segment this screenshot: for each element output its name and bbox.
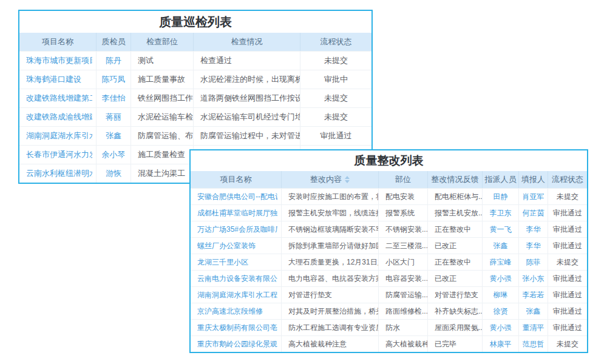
header-process-status: 流程状态 (300, 33, 371, 51)
table-row[interactable]: 改建铁路成渝线增建第... 蒋丽 水泥砼运输车检查 水泥砼运输车司机经过专门培训… (19, 107, 371, 126)
project-name-link[interactable]: 珠海市城市更新项目紫... (26, 55, 92, 66)
project-name-cell: 螺丝厂办公室装饰 (191, 237, 282, 254)
assignee-link[interactable]: 田静 (493, 192, 508, 202)
project-name-link[interactable]: 改建铁路成渝线增建第... (26, 112, 92, 123)
feedback-cell: 补齐缺失标志... (428, 303, 483, 319)
assignee-link[interactable]: 张鑫 (493, 241, 508, 251)
project-name-link[interactable]: 龙湖三千里小区 (197, 257, 248, 268)
project-name-link[interactable]: 云南水利枢纽潜明水库... (26, 168, 92, 179)
status-badge: 未提交 (548, 188, 587, 204)
project-name-link[interactable]: 云南电力设备安装有限公司20... (197, 274, 277, 284)
status-badge: 审批通过 (548, 237, 587, 254)
rectification-content-cell: 不锈钢边框玻璃隔断安装不牢... (282, 221, 379, 237)
reporter-link[interactable]: 陈菲 (526, 257, 541, 268)
inspector-cell: 张鑫 (97, 126, 131, 145)
reporter-link[interactable]: 何芷茵 (523, 208, 544, 218)
feedback-cell: 对管进行垫支 (428, 286, 483, 303)
table-row[interactable]: 重庆市鹅岭公园绿化景观提升... 高大植被栽种注意 高大植被栽种 已完毕 林康平… (191, 335, 587, 352)
table-row[interactable]: 湖南洞庭湖水库引水工程施工标 对管进行垫支 防腐管运输... 对管进行垫支 柳琳… (191, 286, 587, 303)
reporter-cell: 陈菲 (519, 254, 548, 270)
table-row[interactable]: 螺丝厂办公室装饰 拆除到承重墙部分请做好加固... 二至三楼混... 已改正 张… (191, 237, 587, 254)
rectification-content-cell: 大理石质量更换，12月31日之... (282, 254, 379, 270)
table-row[interactable]: 龙湖三千里小区 大理石质量更换，12月31日之... 小区大门 正在整改中 薛宝… (191, 254, 587, 270)
inspector-link[interactable]: 游恢 (106, 168, 121, 179)
project-name-link[interactable]: 安徽合肥供电公司--配电设备... (197, 192, 277, 202)
inspector-link[interactable]: 蒋丽 (106, 112, 121, 123)
inspector-link[interactable]: 张鑫 (106, 130, 121, 141)
project-name-cell: 珠海市城市更新项目紫... (19, 51, 97, 70)
reporter-link[interactable]: 范思哲 (523, 339, 544, 349)
assignee-link[interactable]: 黄一飞 (490, 224, 512, 235)
project-name-link[interactable]: 改建铁路线增建第二线... (26, 93, 92, 104)
inspector-link[interactable]: 陈巧凤 (102, 74, 126, 85)
reporter-link[interactable]: 张小东 (523, 274, 544, 284)
project-name-link[interactable]: 长春市伊通河水力发电... (26, 149, 92, 160)
assignee-link[interactable]: 李卫东 (490, 208, 512, 218)
part-cell: 电容器安装... (379, 270, 428, 286)
table-row[interactable]: 珠海市城市更新项目紫... 陈丹 测试 检查通过 未提交 (19, 51, 371, 70)
project-name-link[interactable]: 湖南洞庭湖水库引水工... (26, 130, 92, 141)
project-name-link[interactable]: 京沪高速北京段维修 (197, 306, 263, 317)
project-name-link[interactable]: 万达广场35#会所及咖啡厅空... (197, 224, 277, 235)
assignee-cell: 张鑫 (483, 237, 519, 254)
inspection-part-cell: 测试 (131, 51, 194, 70)
part-cell: 不锈钢安装... (379, 221, 428, 237)
assignee-cell: 田静 (483, 188, 519, 204)
table-row[interactable]: 珠海鹤港口建设 陈巧凤 施工质量事故 水泥砼灌注的时候，出现离析现象 审批中 (19, 70, 371, 89)
inspector-link[interactable]: 陈丹 (106, 55, 121, 66)
table-row[interactable]: 云南电力设备安装有限公司20... 电力电容器、电抗器安装方案... 电容器安装… (191, 270, 587, 286)
project-name-cell: 改建铁路线增建第二线... (19, 89, 97, 107)
table-row[interactable]: 湖南洞庭湖水库引水工... 张鑫 防腐管运输、布管 防腐管运输过程中，未对管进行… (19, 126, 371, 145)
status-badge: 审批通过 (548, 286, 587, 303)
status-badge: 审批通过 (548, 221, 587, 237)
reporter-link[interactable]: 董清平 (523, 323, 544, 333)
feedback-cell: 报警主机安放... (428, 204, 483, 221)
inspection-part-cell: 防腐管运输、布管 (131, 126, 194, 145)
part-cell: 高大植被栽种 (379, 335, 428, 352)
table-row[interactable]: 成都杜甫草堂临时展厅独立展... 报警主机安放牢固，线缆连接... 报警系统 报… (191, 204, 587, 221)
table-row[interactable]: 京沪高速北京段维修 对其及时开展整治措施，桥头... 路面维修检... 补齐缺失… (191, 303, 587, 319)
project-name-link[interactable]: 珠海鹤港口建设 (26, 74, 81, 85)
table-row[interactable]: 改建铁路线增建第二线... 李佳怡 铁丝网围挡工作检查 道路两侧铁丝网围挡工作按… (19, 89, 371, 107)
project-name-cell: 京沪高速北京段维修 (191, 303, 282, 319)
inspector-link[interactable]: 余小琴 (102, 149, 126, 160)
reporter-link[interactable]: 李若若 (523, 290, 544, 300)
status-badge: 未提交 (300, 51, 371, 70)
sort-icon[interactable] (345, 176, 350, 183)
project-name-link[interactable]: 重庆市鹅岭公园绿化景观提升... (197, 339, 277, 349)
header-rectification-content[interactable]: 整改内容 (282, 171, 379, 188)
assignee-link[interactable]: 薛宝峰 (490, 257, 512, 268)
inspection-part-cell: 铁丝网围挡工作检查 (131, 89, 194, 107)
status-badge: 未提交 (300, 89, 371, 107)
table-row[interactable]: 重庆太极制药有限公司亳州中... 防水工程施工选调有专业资质... 防水 屋面采… (191, 319, 587, 335)
table-row[interactable]: 安徽合肥供电公司--配电设备... 安装时应按施工图的布置，将... 配电安装 … (191, 188, 587, 204)
assignee-link[interactable]: 林康平 (490, 339, 512, 349)
project-name-link[interactable]: 重庆太极制药有限公司亳州中... (197, 323, 277, 333)
assignee-link[interactable]: 黄小强 (490, 323, 512, 333)
feedback-cell: 已完毕 (428, 335, 483, 352)
assignee-cell: 李卫东 (483, 204, 519, 221)
feedback-cell: 正在整改中 (428, 254, 483, 270)
inspector-link[interactable]: 李佳怡 (102, 93, 126, 104)
project-name-link[interactable]: 螺丝厂办公室装饰 (197, 241, 256, 251)
inspector-cell: 陈丹 (97, 51, 131, 70)
assignee-link[interactable]: 徐贤 (493, 306, 508, 317)
reporter-link[interactable]: 李华 (526, 241, 541, 251)
project-name-cell: 珠海鹤港口建设 (19, 70, 97, 89)
table-row[interactable]: 万达广场35#会所及咖啡厅空... 不锈钢边框玻璃隔断安装不牢... 不锈钢安装… (191, 221, 587, 237)
inspection-situation-cell: 水泥砼运输车司机经过专门培训... (194, 107, 300, 126)
project-name-cell: 重庆太极制药有限公司亳州中... (191, 319, 282, 335)
feedback-cell: 配电柜柜体与... (428, 188, 483, 204)
inspection-part-cell: 混凝土沟渠工 (131, 164, 194, 183)
assignee-link[interactable]: 柳琳 (493, 290, 508, 300)
project-name-cell: 改建铁路成渝线增建第... (19, 107, 97, 126)
feedback-cell: 已改正 (428, 270, 483, 286)
feedback-cell: 屋面采用聚氨... (428, 319, 483, 335)
reporter-link[interactable]: 张鑫 (526, 306, 541, 317)
assignee-link[interactable]: 黄小强 (490, 274, 512, 284)
project-name-link[interactable]: 成都杜甫草堂临时展厅独立展... (197, 208, 277, 218)
reporter-cell: 何芷茵 (519, 204, 548, 221)
reporter-link[interactable]: 李华 (526, 224, 541, 235)
reporter-link[interactable]: 肖亚军 (523, 192, 544, 202)
project-name-link[interactable]: 湖南洞庭湖水库引水工程施工标 (197, 290, 277, 300)
